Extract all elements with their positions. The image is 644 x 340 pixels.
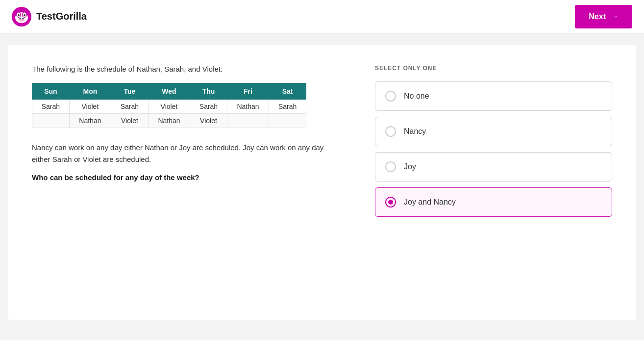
option-label-joy-and-nancy: Joy and Nancy [404,198,456,207]
radio-circle-joy [385,161,396,172]
option-label-joy: Joy [404,162,416,171]
schedule-cell: Sarah [190,100,227,114]
logo: TestGorilla [12,7,87,26]
header: TestGorilla Next → [0,0,644,33]
right-panel: SELECT ONLY ONE No oneNancyJoyJoy and Na… [375,65,612,300]
description-text: The following is the schedule of Nathan,… [32,65,336,73]
option-item-joy-and-nancy[interactable]: Joy and Nancy [375,187,612,217]
schedule-header-mon: Mon [69,83,111,100]
schedule-cell: Violet [111,114,149,128]
schedule-cell [32,114,70,128]
question-text: Who can be scheduled for any day of the … [32,173,336,182]
schedule-cell: Nathan [69,114,111,128]
schedule-cell: Sarah [32,100,70,114]
schedule-cell: Nathan [148,114,190,128]
schedule-cell: Nathan [227,100,269,114]
select-only-one-label: SELECT ONLY ONE [375,65,612,72]
schedule-table: SunMonTueWedThuFriSat SarahVioletSarahVi… [32,83,306,128]
schedule-cell: Violet [148,100,190,114]
option-label-no-one: No one [404,92,429,101]
schedule-header-thu: Thu [190,83,227,100]
schedule-cell [227,114,269,128]
option-item-joy[interactable]: Joy [375,152,612,182]
schedule-cell: Violet [69,100,111,114]
option-list: No oneNancyJoyJoy and Nancy [375,81,612,217]
schedule-header-sat: Sat [269,83,306,100]
schedule-header-wed: Wed [148,83,190,100]
option-label-nancy: Nancy [404,127,426,136]
svg-point-6 [18,14,20,16]
schedule-header-sun: Sun [32,83,70,100]
svg-point-7 [24,14,25,16]
svg-point-9 [20,18,21,19]
schedule-header-row: SunMonTueWedThuFriSat [32,83,306,100]
schedule-header-fri: Fri [227,83,269,100]
schedule-cell: Sarah [269,100,306,114]
option-item-no-one[interactable]: No one [375,81,612,111]
logo-icon [12,7,31,26]
schedule-cell: Sarah [111,100,149,114]
radio-circle-nancy [385,126,396,137]
schedule-header-tue: Tue [111,83,149,100]
svg-point-10 [23,18,24,19]
main-content: The following is the schedule of Nathan,… [8,45,636,320]
schedule-cell: Violet [190,114,227,128]
next-button-label: Next [589,12,606,21]
rule-text: Nancy can work on any day either Nathan … [32,142,336,165]
left-panel: The following is the schedule of Nathan,… [32,65,336,300]
radio-circle-no-one [385,91,396,102]
option-item-nancy[interactable]: Nancy [375,117,612,146]
radio-inner-joy-and-nancy [388,200,393,205]
schedule-row: NathanVioletNathanViolet [32,114,306,128]
schedule-cell [269,114,306,128]
next-arrow-icon: → [611,12,619,21]
next-button[interactable]: Next → [575,5,632,28]
schedule-row: SarahVioletSarahVioletSarahNathanSarah [32,100,306,114]
logo-text: TestGorilla [36,11,87,22]
radio-circle-joy-and-nancy [385,197,396,208]
